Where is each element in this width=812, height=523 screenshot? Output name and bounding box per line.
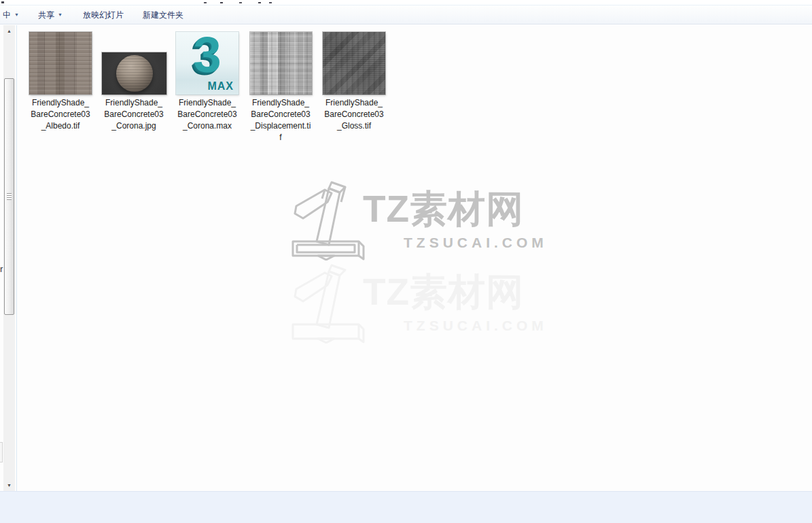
scroll-down-button[interactable]: ▼ bbox=[3, 479, 15, 491]
file-item-albedo-tif[interactable]: FriendlyShade_ BareConcrete03 _Albedo.ti… bbox=[21, 32, 100, 132]
file-name: FriendlyShade_ BareConcrete03 _Displacem… bbox=[241, 97, 320, 144]
scroll-up-button[interactable]: ▲ bbox=[3, 25, 15, 37]
file-name: FriendlyShade_ BareConcrete03 _Albedo.ti… bbox=[21, 97, 100, 132]
file-name-line: FriendlyShade_ bbox=[94, 97, 173, 109]
3dsmax-max-label: MAX bbox=[207, 80, 234, 92]
clipped-nav-pane-text: r bbox=[0, 264, 3, 274]
thumbnail-wrap bbox=[315, 32, 393, 95]
gloss-texture-thumbnail bbox=[323, 32, 385, 95]
toolbar-share-button[interactable]: 共享▼ bbox=[38, 10, 63, 21]
file-name-line: BareConcrete03 bbox=[315, 109, 393, 120]
file-item-corona-jpg[interactable]: FriendlyShade_ BareConcrete03 _Corona.jp… bbox=[94, 32, 173, 132]
file-name-line: _Corona.max bbox=[168, 120, 247, 132]
albedo-texture-thumbnail bbox=[29, 32, 92, 95]
watermark: TZ素材网 TZSUCAI.COM bbox=[291, 179, 535, 269]
file-item-gloss-tif[interactable]: FriendlyShade_ BareConcrete03 _Gloss.tif bbox=[315, 32, 393, 132]
number-1-outline-logo-icon bbox=[291, 179, 366, 260]
3dsmax-icon: 3 3 MAX bbox=[176, 32, 239, 95]
concrete-sphere bbox=[116, 55, 153, 92]
caret-down-icon: ▼ bbox=[58, 12, 63, 17]
displacement-texture-thumbnail bbox=[250, 32, 312, 95]
toolbar-new-folder-button[interactable]: 新建文件夹 bbox=[143, 10, 183, 21]
thumbnail-wrap: 3 3 MAX bbox=[168, 32, 247, 95]
file-name: FriendlyShade_ BareConcrete03 _Corona.ma… bbox=[168, 97, 247, 132]
scrollbar-thumb[interactable] bbox=[4, 78, 14, 315]
vertical-scrollbar[interactable]: ▲ ▼ bbox=[3, 25, 15, 491]
file-name-line: FriendlyShade_ bbox=[241, 97, 320, 109]
thumbnail-wrap bbox=[241, 32, 320, 95]
file-name-line: FriendlyShade_ bbox=[168, 97, 247, 109]
toolbar-slideshow-button[interactable]: 放映幻灯片 bbox=[83, 10, 124, 21]
watermark-brand-text: TZ素材网 bbox=[363, 267, 524, 318]
file-name-line: _Displacement.ti bbox=[241, 120, 320, 132]
toolbar-item-label: 放映幻灯片 bbox=[83, 10, 124, 20]
file-name-line: FriendlyShade_ bbox=[21, 97, 100, 109]
file-name-line: _Corona.jpg bbox=[94, 120, 173, 132]
file-name-line: _Albedo.tif bbox=[21, 120, 100, 132]
scroll-up-icon: ▲ bbox=[7, 29, 12, 33]
scrollbar-grip-icon bbox=[7, 193, 12, 200]
watermark-domain-text: TZSUCAI.COM bbox=[404, 235, 548, 251]
file-list-area: r ▲ ▼ FriendlyShade_ BareConcrete03 _Alb… bbox=[0, 25, 812, 491]
watermark-brand-text: TZ素材网 bbox=[363, 184, 524, 235]
file-name: FriendlyShade_ BareConcrete03 _Corona.jp… bbox=[94, 97, 173, 132]
clipped-text-fragment bbox=[1, 1, 4, 3]
file-name-line: BareConcrete03 bbox=[21, 109, 100, 120]
watermark-ghost: TZ素材网 TZSUCAI.COM bbox=[291, 262, 535, 352]
clipped-nav-pane-element bbox=[0, 442, 3, 462]
file-name: FriendlyShade_ BareConcrete03 _Gloss.tif bbox=[315, 97, 393, 132]
clipped-address-bar-fragments bbox=[0, 0, 292, 5]
details-pane bbox=[0, 491, 812, 523]
scroll-down-icon: ▼ bbox=[7, 483, 12, 488]
thumbnail-wrap bbox=[21, 32, 100, 95]
toolbar-include-in-library-truncated[interactable]: 中▼ bbox=[3, 10, 19, 21]
command-bar: 中▼ 共享▼ 放映幻灯片 新建文件夹 bbox=[0, 5, 812, 24]
3dsmax-3-glyph: 3 bbox=[187, 32, 228, 84]
caret-down-icon: ▼ bbox=[14, 12, 19, 17]
file-name-line: _Gloss.tif bbox=[315, 120, 393, 132]
watermark-domain-text: TZSUCAI.COM bbox=[404, 318, 548, 334]
file-name-line: BareConcrete03 bbox=[94, 109, 173, 120]
file-name-line: FriendlyShade_ bbox=[315, 97, 393, 109]
toolbar-item-label: 新建文件夹 bbox=[143, 10, 183, 20]
file-item-corona-max[interactable]: 3 3 MAX FriendlyShade_ BareConcrete03 _C… bbox=[168, 32, 247, 132]
thumbnail-wrap bbox=[94, 32, 173, 95]
file-name-line: BareConcrete03 bbox=[241, 109, 320, 120]
number-1-outline-logo-icon bbox=[291, 262, 366, 343]
file-name-line: f bbox=[241, 132, 320, 144]
file-name-line: BareConcrete03 bbox=[168, 109, 247, 120]
sphere-render-thumbnail bbox=[102, 52, 166, 95]
clipped-text-fragment bbox=[204, 2, 207, 3]
toolbar-item-label: 共享 bbox=[38, 10, 54, 20]
file-item-displacement-tif[interactable]: FriendlyShade_ BareConcrete03 _Displacem… bbox=[241, 32, 320, 144]
toolbar-item-label: 中 bbox=[3, 10, 11, 20]
pane-separator bbox=[16, 25, 17, 491]
